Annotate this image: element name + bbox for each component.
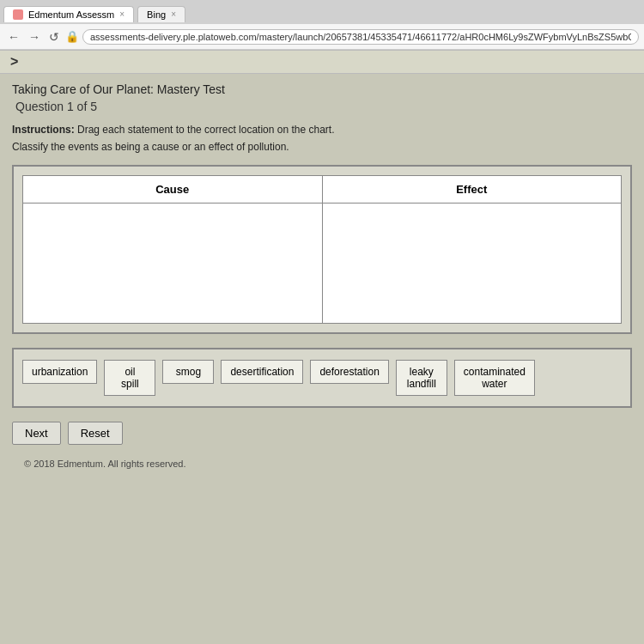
- drag-item-deforestation[interactable]: deforestation: [310, 360, 388, 384]
- drag-item-oil-spill[interactable]: oilspill: [104, 360, 155, 396]
- tab-favicon-icon: [13, 9, 23, 20]
- cause-drop-zone[interactable]: [23, 204, 323, 324]
- items-container: urbanization oilspill smog desertificati…: [12, 348, 632, 408]
- drag-item-leaky-landfill[interactable]: leakylandfill: [396, 360, 447, 396]
- chart-table: Cause Effect: [22, 175, 622, 324]
- page-content: > Taking Care of Our Planet: Mastery Tes…: [0, 51, 644, 481]
- tab-bing[interactable]: Bing ×: [137, 6, 185, 22]
- instructions-body: Drag each statement to the correct locat…: [75, 124, 335, 136]
- question-number: Question 1 of 5: [12, 100, 632, 113]
- tab-close-bing-icon[interactable]: ×: [171, 9, 176, 19]
- tab-bar: Edmentum Assessm × Bing ×: [0, 0, 644, 24]
- instructions-text: Instructions: Drag each statement to the…: [12, 124, 632, 136]
- cause-header: Cause: [23, 176, 323, 204]
- reset-button[interactable]: Reset: [68, 422, 123, 445]
- effect-drop-zone[interactable]: [322, 204, 622, 324]
- test-title: Taking Care of Our Planet: Mastery Test: [12, 82, 632, 96]
- drag-item-smog[interactable]: smog: [162, 360, 214, 384]
- drag-item-urbanization[interactable]: urbanization: [22, 360, 97, 384]
- main-content: Taking Care of Our Planet: Mastery Test …: [0, 74, 644, 481]
- tab-close-icon[interactable]: ×: [119, 9, 125, 19]
- nav-back-button[interactable]: ←: [5, 30, 22, 44]
- expand-button[interactable]: >: [7, 54, 21, 70]
- drag-item-contaminated-water[interactable]: contaminatedwater: [454, 360, 535, 396]
- footer: © 2018 Edmentum. All rights reserved.: [12, 455, 632, 472]
- tab-label-bing: Bing: [147, 9, 166, 20]
- address-input[interactable]: [82, 29, 639, 45]
- effect-header: Effect: [322, 176, 622, 204]
- toolbar-row: >: [0, 51, 644, 74]
- nav-forward-button[interactable]: →: [26, 30, 43, 44]
- next-button[interactable]: Next: [12, 422, 61, 445]
- nav-refresh-button[interactable]: ↺: [46, 30, 62, 44]
- tab-label-active: Edmentum Assessm: [28, 9, 114, 20]
- action-buttons: Next Reset: [12, 422, 632, 445]
- instructions-bold: Instructions:: [12, 124, 75, 136]
- chart-container: Cause Effect: [12, 165, 632, 334]
- tab-active[interactable]: Edmentum Assessm ×: [3, 6, 134, 22]
- browser-chrome: Edmentum Assessm × Bing × ← → ↺ 🔒: [0, 0, 644, 51]
- drag-item-desertification[interactable]: desertification: [221, 360, 303, 384]
- classify-text: Classify the events as being a cause or …: [12, 141, 632, 153]
- address-bar-row: ← → ↺ 🔒: [0, 24, 644, 50]
- nav-lock-icon: 🔒: [65, 30, 79, 43]
